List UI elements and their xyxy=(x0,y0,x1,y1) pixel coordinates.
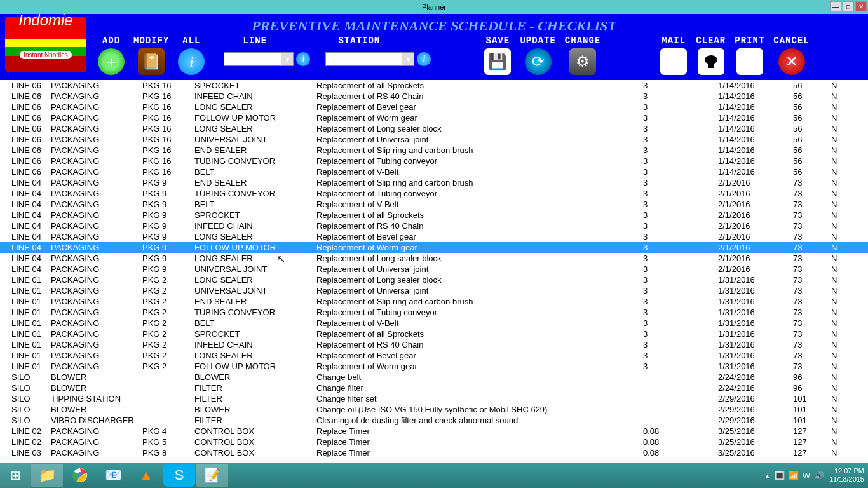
cell-part: UNIVERSAL JOINT xyxy=(194,264,316,274)
cell-desc: Replacement of all Sprockets xyxy=(316,81,643,90)
table-row[interactable]: SILOVIBRO DISCHARGERFILTERCleaning of de… xyxy=(0,415,868,426)
network-icon[interactable]: 🔳 xyxy=(775,471,785,480)
maximize-button[interactable]: □ xyxy=(843,1,854,11)
update-button[interactable]: ⟳ xyxy=(525,48,552,75)
add-button[interactable]: ＋ xyxy=(98,48,125,75)
cell-days: 73 xyxy=(793,200,831,209)
cancel-button[interactable]: ✕ xyxy=(778,48,805,75)
table-row[interactable]: LINE 01PACKAGINGPKG 2FOLLOW UP MOTORRepl… xyxy=(0,361,868,372)
start-button[interactable]: ⊞ xyxy=(0,463,31,488)
table-row[interactable]: LINE 01PACKAGINGPKG 2LONG SEALERReplacem… xyxy=(0,274,868,285)
cell-station: PACKAGING xyxy=(51,308,142,317)
modify-button[interactable]: 📔 xyxy=(138,48,165,75)
line-combo[interactable]: ▼ xyxy=(224,52,294,66)
cell-code: PKG 2 xyxy=(142,286,194,295)
table-row[interactable]: LINE 06PACKAGINGPKG 16END SEALERReplacem… xyxy=(0,145,868,156)
table-row[interactable]: SILOBLOWERBLOWERChange oil (Use ISO VG 1… xyxy=(0,404,868,415)
table-row[interactable]: LINE 04PACKAGINGPKG 9LONG SEALERReplacem… xyxy=(0,231,868,242)
task-vlc[interactable]: ▲ xyxy=(130,464,162,487)
table-row[interactable]: LINE 02PACKAGINGPKG 4CONTROL BOXReplace … xyxy=(0,426,868,437)
all-button[interactable]: i xyxy=(178,48,205,75)
cell-line: LINE 06 xyxy=(0,124,51,133)
cell-qty: 3 xyxy=(643,308,718,317)
mail-button[interactable]: ✉ xyxy=(660,48,687,75)
cell-qty: 0.08 xyxy=(643,437,718,447)
table-row[interactable]: LINE 04PACKAGINGPKG 9LONG SEALERReplacem… xyxy=(0,253,868,264)
table-row[interactable]: LINE 02PACKAGINGPKG 5CONTROL BOXReplace … xyxy=(0,437,868,447)
cell-date: 2/29/2016 xyxy=(718,394,793,403)
table-row[interactable]: LINE 04PACKAGINGPKG 9INFEED CHAINReplace… xyxy=(0,220,868,231)
cell-qty: 3 xyxy=(643,156,718,166)
table-row[interactable]: LINE 04PACKAGINGPKG 9FOLLOW UP MOTORRepl… xyxy=(0,242,868,253)
station-info-button[interactable]: i xyxy=(417,52,431,66)
cell-part: LONG SEALER xyxy=(194,102,316,112)
cell-qty: 3 xyxy=(643,178,718,187)
data-grid[interactable]: ↖ LINE 06PACKAGINGPKG 16SPROCKETReplacem… xyxy=(0,80,868,461)
table-row[interactable]: LINE 04PACKAGINGPKG 9BELTReplacement of … xyxy=(0,199,868,210)
cell-date: 2/1/2016 xyxy=(718,200,793,209)
cell-date: 1/14/2016 xyxy=(718,156,793,166)
table-row[interactable]: LINE 01PACKAGINGPKG 2END SEALERReplaceme… xyxy=(0,296,868,307)
task-notepad[interactable]: 📝 xyxy=(196,464,228,487)
cell-qty: 3 xyxy=(643,275,718,285)
table-row[interactable]: LINE 06PACKAGINGPKG 16UNIVERSAL JOINTRep… xyxy=(0,134,868,145)
minimize-button[interactable]: — xyxy=(830,1,841,11)
volume-icon[interactable]: 🔊 xyxy=(814,471,824,480)
cell-qty: 3 xyxy=(643,102,718,112)
table-row[interactable]: LINE 06PACKAGINGPKG 16LONG SEALERReplace… xyxy=(0,123,868,134)
change-label: CHANGE xyxy=(565,36,600,46)
task-chrome[interactable] xyxy=(64,464,96,487)
table-row[interactable]: LINE 06PACKAGINGPKG 16SPROCKETReplacemen… xyxy=(0,80,868,91)
save-button[interactable]: 💾 xyxy=(484,48,511,75)
table-row[interactable]: LINE 01PACKAGINGPKG 2TUBING CONVEYORRepl… xyxy=(0,307,868,318)
cell-desc: Replace Timer xyxy=(316,437,643,447)
clock[interactable]: 12:07 PM 11/18/2015 xyxy=(829,467,864,484)
cell-line: LINE 06 xyxy=(0,113,51,123)
tray-expand-icon[interactable]: ▴ xyxy=(766,471,770,480)
change-button[interactable]: ⚙ xyxy=(569,48,596,75)
clear-button[interactable] xyxy=(698,48,724,75)
table-row[interactable]: LINE 01PACKAGINGPKG 2BELTReplacement of … xyxy=(0,318,868,329)
table-row[interactable]: LINE 04PACKAGINGPKG 9UNIVERSAL JOINTRepl… xyxy=(0,264,868,274)
cell-station: PACKAGING xyxy=(51,200,142,209)
task-file-explorer[interactable]: 📁 xyxy=(31,464,63,487)
cell-date: 1/14/2016 xyxy=(718,146,793,155)
table-row[interactable]: LINE 06PACKAGINGPKG 16FOLLOW UP MOTORRep… xyxy=(0,112,868,123)
table-row[interactable]: LINE 04PACKAGINGPKG 9SPROCKETReplacement… xyxy=(0,210,868,220)
task-outlook[interactable]: 📧 xyxy=(97,464,129,487)
task-skype[interactable]: S xyxy=(163,464,195,487)
cell-date: 2/24/2016 xyxy=(718,372,793,382)
cell-qty: 0.08 xyxy=(643,426,718,436)
close-button[interactable]: ✕ xyxy=(855,1,867,11)
cell-qty: 3 xyxy=(643,340,718,349)
cell-code: PKG 2 xyxy=(142,362,194,371)
line-info-button[interactable]: i xyxy=(296,52,310,66)
table-row[interactable]: LINE 04PACKAGINGPKG 9TUBING CONVEYORRepl… xyxy=(0,188,868,199)
table-row[interactable]: LINE 06PACKAGINGPKG 16LONG SEALERReplace… xyxy=(0,102,868,112)
cell-code: PKG 9 xyxy=(142,254,194,263)
cell-code: PKG 2 xyxy=(142,340,194,349)
print-button[interactable]: 🖨 xyxy=(736,48,763,75)
station-combo[interactable]: ▼ xyxy=(325,52,414,66)
table-row[interactable]: LINE 01PACKAGINGPKG 2INFEED CHAINReplace… xyxy=(0,339,868,350)
cell-desc: Replacement of Tubing conveyor xyxy=(316,156,643,166)
table-row[interactable]: SILOBLOWERBLOWERChange belt2/24/201696N xyxy=(0,372,868,383)
table-row[interactable]: LINE 03PACKAGINGPKG 8CONTROL BOXReplace … xyxy=(0,447,868,458)
table-row[interactable]: LINE 04PACKAGINGPKG 9END SEALERReplaceme… xyxy=(0,177,868,188)
cell-line: LINE 06 xyxy=(0,81,51,90)
wifi-icon[interactable]: 📶 xyxy=(789,471,799,480)
table-row[interactable]: SILOTIPPING STATIONFILTERChange filter s… xyxy=(0,393,868,404)
table-row[interactable]: SILOBLOWERFILTERChange filter2/24/201696… xyxy=(0,383,868,393)
table-row[interactable]: LINE 06PACKAGINGPKG 16BELTReplacement of… xyxy=(0,166,868,177)
print-label: PRINT xyxy=(735,36,764,46)
table-row[interactable]: LINE 06PACKAGINGPKG 16INFEED CHAINReplac… xyxy=(0,91,868,102)
table-row[interactable]: LINE 01PACKAGINGPKG 2LONG SEALERReplacem… xyxy=(0,350,868,361)
table-row[interactable]: LINE 01PACKAGINGPKG 2UNIVERSAL JOINTRepl… xyxy=(0,285,868,296)
cell-desc: Replacement of Universal joint xyxy=(316,264,643,274)
word-icon[interactable]: W xyxy=(803,471,810,480)
cell-qty: 3 xyxy=(643,329,718,339)
cell-flag: N xyxy=(831,156,850,166)
table-row[interactable]: LINE 01PACKAGINGPKG 2SPROCKETReplacement… xyxy=(0,329,868,339)
table-row[interactable]: LINE 06PACKAGINGPKG 16TUBING CONVEYORRep… xyxy=(0,156,868,166)
cell-station: PACKAGING xyxy=(51,189,142,198)
